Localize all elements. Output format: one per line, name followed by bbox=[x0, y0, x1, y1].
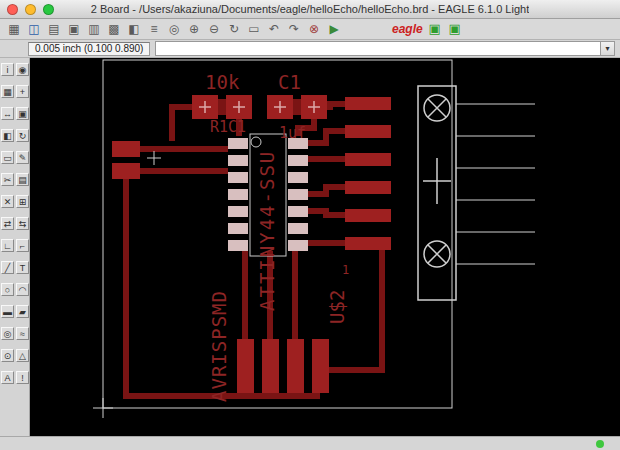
label-programmer-name: AVRISPSMD bbox=[208, 290, 230, 402]
label-capacitor-value: 1uf bbox=[279, 124, 306, 142]
tool-arc[interactable]: ◠ bbox=[16, 283, 29, 296]
tool-route[interactable]: ∟ bbox=[1, 239, 14, 252]
eagle-window: 2 Board - /Users/akaziuna/Documents/eagl… bbox=[0, 0, 620, 450]
zoom-select-button[interactable]: ▭ bbox=[246, 21, 262, 37]
save-button[interactable]: ◫ bbox=[26, 21, 42, 37]
label-capacitor-name: C1 bbox=[278, 71, 301, 93]
tool-text[interactable]: T bbox=[16, 261, 29, 274]
label-pin1: 1 bbox=[342, 263, 349, 277]
minimize-button[interactable] bbox=[25, 4, 36, 15]
tool-mirror[interactable]: ◧ bbox=[1, 129, 14, 142]
cam-processor-button[interactable]: ▣ bbox=[66, 21, 82, 37]
open-button[interactable]: ▦ bbox=[6, 21, 22, 37]
tool-ripup[interactable]: ⌐ bbox=[16, 239, 29, 252]
tool-group[interactable]: ▭ bbox=[1, 151, 14, 164]
label-rc-names: R1C1 bbox=[210, 118, 246, 136]
tool-pinswap[interactable]: ⇄ bbox=[1, 217, 14, 230]
stop-button[interactable]: ⊗ bbox=[306, 21, 322, 37]
tool-copy[interactable]: ▣ bbox=[16, 107, 29, 120]
pcb-service-badge[interactable]: ▣ bbox=[427, 21, 443, 37]
pin1-marker-icon bbox=[251, 137, 261, 147]
maximize-button[interactable] bbox=[43, 4, 54, 15]
status-bar bbox=[0, 436, 620, 450]
tool-circle[interactable]: ○ bbox=[1, 283, 14, 296]
tool-replace[interactable]: ⇆ bbox=[16, 217, 29, 230]
tool-signal[interactable]: ≈ bbox=[16, 327, 29, 340]
redo-button[interactable]: ↷ bbox=[286, 21, 302, 37]
connector-cross-icon bbox=[423, 158, 451, 204]
undo-button[interactable]: ↶ bbox=[266, 21, 282, 37]
coordinate-display: 0.005 inch (0.100 0.890) bbox=[28, 42, 150, 56]
tool-info[interactable]: i bbox=[1, 63, 14, 76]
connector-outline[interactable] bbox=[418, 86, 535, 300]
tool-rotate[interactable]: ↻ bbox=[16, 129, 29, 142]
zoom-out-button[interactable]: ⊖ bbox=[206, 21, 222, 37]
board-canvas[interactable]: 10k C1 R1C1 1uf ATTINY44-SSU AVRISPSMD U… bbox=[30, 58, 620, 436]
command-input[interactable] bbox=[155, 41, 600, 56]
eagle-logo[interactable]: eagle bbox=[392, 21, 423, 37]
tool-errors[interactable]: ! bbox=[16, 371, 29, 384]
sheet-button[interactable]: ◧ bbox=[126, 21, 142, 37]
tool-cut[interactable]: ✂ bbox=[1, 173, 14, 186]
library-button[interactable]: ▩ bbox=[106, 21, 122, 37]
status-indicator-icon bbox=[596, 440, 604, 448]
main-area: i ◉ ▦ + ↔ ▣ ◧ ↻ ▭ ✎ ✂ ▤ bbox=[0, 58, 620, 436]
tool-wire[interactable]: ╱ bbox=[1, 261, 14, 274]
coordinate-bar: 0.005 inch (0.100 0.890) ▾ bbox=[0, 40, 620, 58]
label-connector-name: U$2 bbox=[326, 290, 348, 324]
layer-settings-button[interactable]: ≡ bbox=[146, 21, 162, 37]
zoom-redraw-button[interactable]: ↻ bbox=[226, 21, 242, 37]
command-dropdown-icon[interactable]: ▾ bbox=[600, 41, 615, 56]
tool-polygon[interactable]: ▰ bbox=[16, 305, 29, 318]
switch-schematic-button[interactable]: ▥ bbox=[86, 21, 102, 37]
label-resistor-value: 10k bbox=[205, 71, 240, 93]
tool-show[interactable]: ◉ bbox=[16, 63, 29, 76]
tool-delete[interactable]: ✕ bbox=[1, 195, 14, 208]
tool-palette: i ◉ ▦ + ↔ ▣ ◧ ↻ ▭ ✎ ✂ ▤ bbox=[0, 58, 30, 436]
close-button[interactable] bbox=[7, 4, 18, 15]
tool-display[interactable]: ▦ bbox=[1, 85, 14, 98]
label-ic-name: ATTINY44-SSU bbox=[256, 150, 278, 311]
window-title: 2 Board - /Users/akaziuna/Documents/eagl… bbox=[91, 3, 529, 15]
command-combobox: ▾ bbox=[155, 41, 615, 56]
help-badge[interactable]: ▣ bbox=[447, 21, 463, 37]
go-button[interactable]: ▶ bbox=[326, 21, 342, 37]
tool-mark[interactable]: + bbox=[16, 85, 29, 98]
tool-via[interactable]: ◎ bbox=[1, 327, 14, 340]
main-toolbar: ▦ ◫ ▤ ▣ ▥ ▩ ◧ ≡ ◎ ⊕ ⊖ ↻ ▭ ↶ ↷ ⊗ bbox=[0, 19, 620, 40]
tool-change[interactable]: ✎ bbox=[16, 151, 29, 164]
tool-rect[interactable]: ▬ bbox=[1, 305, 14, 318]
tool-paste[interactable]: ▤ bbox=[16, 173, 29, 186]
traffic-lights bbox=[7, 4, 54, 15]
title-bar: 2 Board - /Users/akaziuna/Documents/eagl… bbox=[0, 0, 620, 19]
tool-hole[interactable]: ⊙ bbox=[1, 349, 14, 362]
tool-auto[interactable]: A bbox=[1, 371, 14, 384]
print-button[interactable]: ▤ bbox=[46, 21, 62, 37]
tool-add[interactable]: ⊞ bbox=[16, 195, 29, 208]
tool-move[interactable]: ↔ bbox=[1, 107, 14, 120]
tool-ratsnest[interactable]: △ bbox=[16, 349, 29, 362]
left-pad-mark-icon bbox=[147, 151, 161, 165]
origin-cross-icon bbox=[93, 398, 113, 418]
zoom-fit-button[interactable]: ◎ bbox=[166, 21, 182, 37]
zoom-in-button[interactable]: ⊕ bbox=[186, 21, 202, 37]
airwire-stubs bbox=[456, 104, 535, 264]
